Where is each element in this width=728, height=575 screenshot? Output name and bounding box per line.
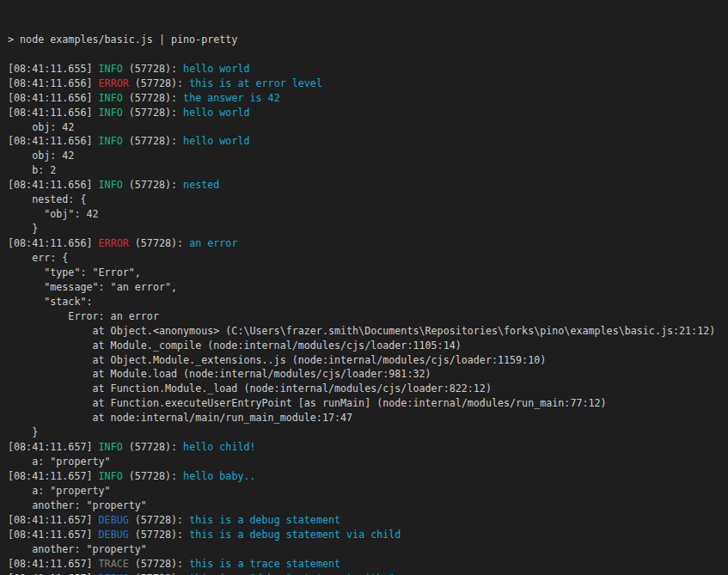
stack-frame: at Function.Module._load (node:internal/… xyxy=(8,382,492,395)
terminal-line: "stack": xyxy=(8,295,725,309)
log-message: this is at error level xyxy=(189,77,322,89)
log-detail: "message": "an error", xyxy=(8,281,177,293)
log-level: INFO xyxy=(99,441,123,453)
log-message: hello world xyxy=(183,107,249,119)
terminal-line: } xyxy=(8,222,725,236)
terminal-line: a: "property" xyxy=(8,484,725,499)
log-message: an error xyxy=(189,237,237,249)
terminal-line: at node:internal/main/run_main_module:17… xyxy=(8,411,725,425)
log-pid: (57728): xyxy=(123,92,183,104)
terminal-line: [08:41:11.656] ERROR (57728): an error xyxy=(8,236,725,251)
log-timestamp: [08:41:11.657] xyxy=(8,441,99,453)
stack-frame: at Object.Module._extensions..js (node:i… xyxy=(8,354,546,366)
log-pid: (57728): xyxy=(123,107,183,119)
terminal-line: at Function.executeUserEntryPoint [as ru… xyxy=(8,396,725,411)
terminal-line: } xyxy=(8,425,725,440)
stack-frame: at Object.<anonymous> (C:\Users\frazer.s… xyxy=(8,325,715,337)
log-timestamp: [08:41:11.657] xyxy=(8,529,99,541)
log-pid: (57728): xyxy=(129,558,189,570)
terminal-line: b: 2 xyxy=(8,163,725,178)
log-pid: (57728): xyxy=(129,529,189,541)
terminal-line: nested: { xyxy=(8,193,725,207)
terminal-line: [08:41:11.657] DEBUG (57728): this is a … xyxy=(8,513,725,528)
log-message: hello world xyxy=(183,63,249,75)
log-level: INFO xyxy=(99,470,123,482)
log-detail: Error: an error xyxy=(8,310,159,322)
terminal-line: > node examples/basic.js | pino-pretty xyxy=(8,33,725,47)
terminal-line: a: "property" xyxy=(8,455,725,469)
log-timestamp: [08:41:11.657] xyxy=(8,558,99,570)
shell-command: > node examples/basic.js | pino-pretty xyxy=(8,34,237,46)
log-detail: b: 2 xyxy=(8,164,56,176)
log-pid: (57728): xyxy=(129,237,189,249)
log-detail: "stack": xyxy=(8,296,93,308)
terminal-line: at Function.Module._load (node:internal/… xyxy=(8,382,725,396)
terminal-line: "type": "Error", xyxy=(8,266,725,280)
log-detail: a: "property" xyxy=(8,485,111,497)
terminal-line: another: "property" xyxy=(8,542,725,557)
log-detail: "obj": 42 xyxy=(8,208,99,220)
terminal-output: > node examples/basic.js | pino-pretty [… xyxy=(8,33,725,575)
stack-frame: at node:internal/main/run_main_module:17… xyxy=(8,412,352,424)
log-level: INFO xyxy=(99,135,123,147)
log-timestamp: [08:41:11.657] xyxy=(8,572,99,575)
terminal-line: [08:41:11.656] INFO (57728): the answer … xyxy=(8,91,725,106)
log-message: the answer is 42 xyxy=(183,92,280,104)
log-timestamp: [08:41:11.657] xyxy=(8,470,99,482)
terminal-line: at Module.load (node:internal/modules/cj… xyxy=(8,367,725,382)
log-level: DEBUG xyxy=(99,514,129,526)
log-timestamp: [08:41:11.655] xyxy=(8,63,99,75)
log-detail: another: "property" xyxy=(8,543,147,555)
log-message: hello baby.. xyxy=(183,470,255,482)
log-detail: "type": "Error", xyxy=(8,266,141,278)
terminal-line: [08:41:11.657] INFO (57728): hello baby.… xyxy=(8,469,725,484)
log-timestamp: [08:41:11.656] xyxy=(8,135,99,147)
log-level: ERROR xyxy=(99,77,129,89)
log-pid: (57728): xyxy=(129,572,189,575)
log-level: DEBUG xyxy=(99,529,129,541)
log-level: INFO xyxy=(99,63,123,75)
stack-frame: at Function.executeUserEntryPoint [as ru… xyxy=(8,397,607,409)
log-detail: nested: { xyxy=(8,193,86,205)
log-message: this is a debug statement via child xyxy=(189,529,401,541)
log-pid: (57728): xyxy=(129,514,189,526)
log-message: hello child! xyxy=(183,441,255,453)
log-detail: another: "property" xyxy=(8,499,147,511)
log-pid: (57728): xyxy=(123,63,183,75)
terminal[interactable]: > node examples/basic.js | pino-pretty [… xyxy=(0,0,728,575)
log-level: TRACE xyxy=(99,558,129,570)
terminal-line: at Object.Module._extensions..js (node:i… xyxy=(8,353,725,368)
terminal-line: another: "property" xyxy=(8,499,725,513)
log-detail: a: "property" xyxy=(8,456,111,468)
log-timestamp: [08:41:11.656] xyxy=(8,92,99,104)
log-pid: (57728): xyxy=(129,77,189,89)
log-pid: (57728): xyxy=(123,470,183,482)
terminal-line xyxy=(8,47,725,62)
log-timestamp: [08:41:11.656] xyxy=(8,107,99,119)
log-detail: } xyxy=(8,223,38,235)
terminal-line: [08:41:11.656] INFO (57728): nested xyxy=(8,178,725,193)
log-detail: } xyxy=(8,426,38,438)
terminal-line: obj: 42 xyxy=(8,120,725,135)
log-timestamp: [08:41:11.656] xyxy=(8,77,99,89)
terminal-line: "obj": 42 xyxy=(8,207,725,222)
log-message: hello world xyxy=(183,135,249,147)
log-message: this is a trace statement xyxy=(189,558,340,570)
log-pid: (57728): xyxy=(123,179,183,191)
log-detail: obj: 42 xyxy=(8,150,74,162)
log-detail: obj: 42 xyxy=(8,121,74,133)
log-detail: err: { xyxy=(8,252,68,264)
log-message: this is a debug statement xyxy=(189,514,340,526)
log-pid: (57728): xyxy=(123,441,183,453)
terminal-line: [08:41:11.657] DEBUG (57728): this is a … xyxy=(8,528,725,542)
log-level: INFO xyxy=(99,179,123,191)
log-message: nested xyxy=(183,179,219,191)
log-timestamp: [08:41:11.656] xyxy=(8,237,99,249)
log-pid: (57728): xyxy=(123,135,183,147)
log-level: INFO xyxy=(99,107,123,119)
terminal-line: err: { xyxy=(8,251,725,266)
log-message: this is a "debug" statement with " xyxy=(189,572,395,575)
log-level: DEBUG xyxy=(99,572,129,575)
log-level: INFO xyxy=(99,92,123,104)
terminal-line: [08:41:11.657] INFO (57728): hello child… xyxy=(8,440,725,455)
